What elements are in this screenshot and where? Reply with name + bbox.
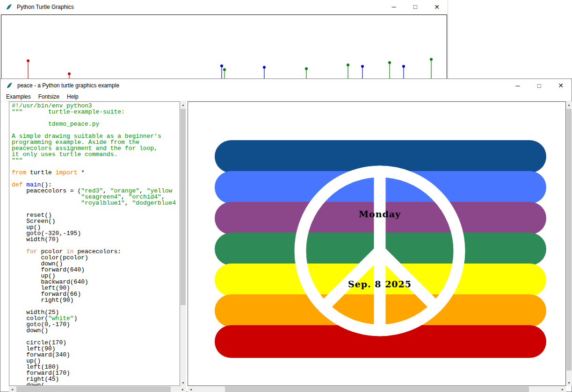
turtle-window-titlebar[interactable]: Python Turtle Graphics ─ □ ✕	[0, 0, 448, 14]
code-line: """ turtle-example-suite:	[12, 109, 180, 115]
code-viewer[interactable]: #!/usr/bin/env python3""" turtle-example…	[9, 101, 180, 386]
turtle-figure-dot	[27, 59, 29, 62]
maximize-button[interactable]: □	[529, 79, 550, 92]
code-hscroll-track[interactable]	[15, 386, 180, 392]
window-content: #!/usr/bin/env python3""" turtle-example…	[0, 101, 572, 392]
code-line: it only uses turtle commands.	[12, 151, 180, 157]
code-hscroll-thumb[interactable]	[16, 386, 171, 392]
turtle-graphics-window: Python Turtle Graphics ─ □ ✕	[0, 0, 448, 78]
peace-canvas-svg: MondaySep. 8 2025	[188, 102, 565, 385]
turtle-figure-dot	[347, 64, 349, 66]
turtle-figure-dot	[402, 65, 405, 68]
turtle-canvas-svg	[1, 15, 447, 79]
code-line: width(70)	[12, 236, 180, 242]
minimize-button[interactable]: ─	[383, 0, 405, 14]
code-line: down()	[12, 328, 180, 334]
minimize-button[interactable]: ─	[507, 79, 529, 92]
canvas-text: Sep. 8 2025	[348, 279, 412, 289]
turtle-figure-dot	[220, 64, 223, 67]
close-button[interactable]: ✕	[550, 79, 572, 92]
canvas-vscroll-track[interactable]	[566, 108, 572, 379]
canvas-hscroll-track[interactable]	[194, 386, 559, 392]
canvas-vscroll-thumb[interactable]	[566, 109, 572, 371]
app-icon	[6, 82, 13, 89]
turtle-figure-dot	[361, 65, 364, 68]
turtle-window-title: Python Turtle Graphics	[17, 4, 74, 10]
menu-help[interactable]: Help	[63, 93, 82, 101]
scroll-up-icon[interactable]: ▲	[180, 101, 186, 108]
canvas-hscroll-thumb[interactable]	[225, 386, 529, 392]
peace-window-titlebar[interactable]: peace - a Python turtle graphics example…	[0, 79, 572, 92]
turtle-window-controls: ─ □ ✕	[383, 0, 448, 14]
canvas-vertical-scrollbar[interactable]: ▲ ▼	[566, 101, 572, 386]
scroll-left-icon[interactable]: ◄	[9, 386, 15, 392]
menu-bar: ExamplesFontsizeHelp	[0, 92, 572, 101]
scroll-down-icon[interactable]: ▼	[180, 379, 186, 386]
turtle-figure-dot	[388, 61, 391, 64]
code-vertical-scrollbar[interactable]: ▲ ▼	[180, 101, 186, 386]
turtle-figure-dot	[263, 66, 266, 69]
code-horizontal-scrollbar[interactable]: ◄ ►	[9, 386, 186, 392]
menu-examples[interactable]: Examples	[2, 93, 35, 101]
turtle-figure-dot	[223, 68, 226, 71]
canvas-horizontal-scrollbar[interactable]: ◄ ►	[188, 386, 566, 392]
scroll-up-icon[interactable]: ▲	[566, 101, 572, 108]
peace-window-title: peace - a Python turtle graphics example	[17, 82, 119, 89]
turtle-figure-dot	[68, 72, 71, 75]
peace-canvas: MondaySep. 8 2025	[188, 101, 566, 386]
code-line: down(	[12, 382, 180, 386]
scroll-down-icon[interactable]: ▼	[566, 379, 572, 386]
code-line: from turtle import *	[12, 170, 180, 176]
scroll-right-icon[interactable]: ►	[559, 386, 566, 392]
close-button[interactable]: ✕	[426, 0, 448, 14]
code-line: """	[12, 157, 180, 164]
code-line: tdemo_peace.py	[12, 121, 180, 127]
canvas-text: Monday	[359, 209, 401, 219]
turtle-figure-dot	[430, 58, 433, 61]
peace-demo-window: peace - a Python turtle graphics example…	[0, 78, 572, 392]
peace-window-controls: ─ □ ✕	[507, 79, 572, 92]
code-line: right(90)	[12, 297, 180, 303]
code-vscroll-thumb[interactable]	[181, 109, 186, 305]
scroll-left-icon[interactable]: ◄	[188, 386, 194, 392]
menu-fontsize[interactable]: Fontsize	[35, 93, 63, 101]
maximize-button[interactable]: □	[405, 0, 426, 14]
turtle-graphics-canvas	[1, 14, 447, 80]
code-vscroll-track[interactable]	[180, 108, 186, 379]
app-icon	[5, 3, 13, 11]
code-line: "royalblue1", "dodgerblue4	[12, 200, 180, 206]
turtle-figure-dot	[305, 67, 308, 70]
scroll-right-icon[interactable]: ►	[180, 386, 186, 392]
